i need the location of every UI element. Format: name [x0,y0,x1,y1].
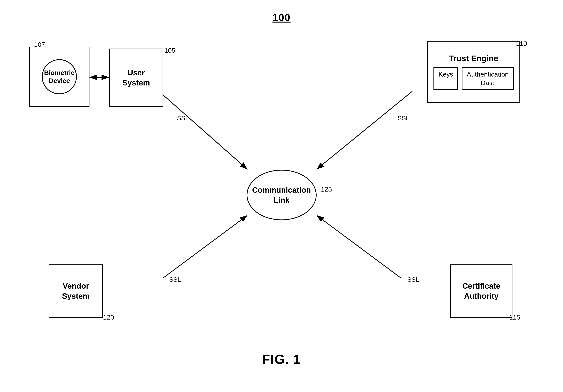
biometric-ref: 107 [34,41,45,48]
svg-line-3 [163,95,247,169]
trust-engine-inner: Trust Engine Keys AuthenticationData [428,51,519,93]
keys-box: Keys [434,67,458,90]
ssl-trust-to-comm: SSL [398,115,409,122]
auth-data-box: AuthenticationData [462,67,514,90]
trust-engine-inner-boxes: Keys AuthenticationData [432,67,515,90]
user-system-box: UserSystem [109,49,163,107]
svg-line-6 [317,216,401,278]
cert-authority-box: CertificateAuthority [450,264,512,318]
cert-authority-ref: 115 [509,314,520,321]
ssl-user-to-comm: SSL [177,115,189,122]
trust-engine-box: Trust Engine Keys AuthenticationData [427,41,520,103]
biometric-circle: Biometric Device [42,59,77,94]
biometric-device-box: Biometric Device [29,47,90,107]
vendor-system-ref: 120 [103,314,114,321]
user-system-label: UserSystem [122,68,150,88]
comm-link-ellipse: CommunicationLink [247,170,317,220]
comm-link-label: CommunicationLink [252,185,311,205]
main-title: 100 [272,12,291,23]
vendor-system-label: VendorSystem [62,281,90,301]
svg-line-5 [163,216,247,278]
comm-link-ref: 125 [321,185,332,193]
diagram-container: 100 SSL SSL SSL SSL Biometric Device [0,0,563,392]
cert-authority-label: CertificateAuthority [462,281,500,301]
fig-label: FIG. 1 [262,352,301,367]
trust-engine-title: Trust Engine [432,54,515,63]
user-system-ref: 105 [164,47,175,54]
trust-engine-ref: 110 [516,40,527,47]
vendor-system-box: VendorSystem [49,264,103,318]
svg-line-4 [317,91,412,169]
ssl-cert-to-comm: SSL [408,276,419,283]
biometric-label: Biometric Device [43,69,76,85]
ssl-vendor-to-comm: SSL [169,276,181,283]
